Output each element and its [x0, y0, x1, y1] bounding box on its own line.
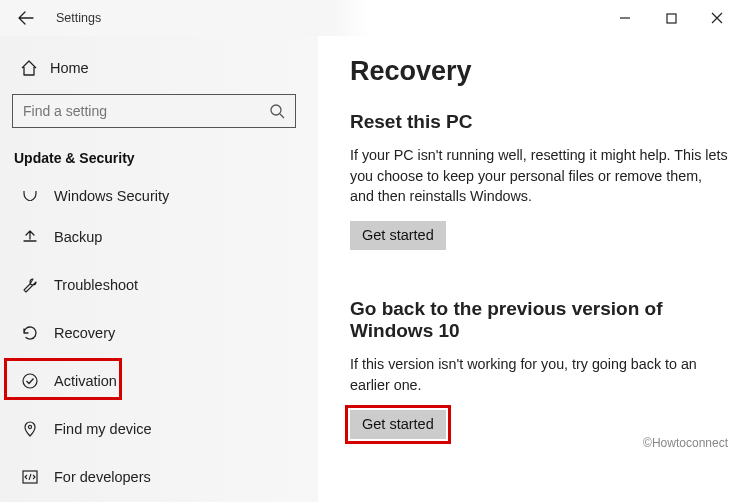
- search-field[interactable]: [23, 103, 246, 119]
- sidebar-item-label: Windows Security: [54, 188, 169, 204]
- sidebar-item-troubleshoot[interactable]: Troubleshoot: [10, 262, 306, 308]
- titlebar: Settings: [0, 0, 740, 36]
- sidebar: Home Update & Security Windows Security: [0, 36, 318, 502]
- goback-get-started-button[interactable]: Get started: [350, 410, 446, 439]
- main-panel: Recovery Reset this PC If your PC isn't …: [318, 36, 740, 502]
- section-label: Update & Security: [10, 144, 306, 180]
- window-title: Settings: [56, 11, 101, 25]
- sidebar-item-windows-security[interactable]: Windows Security: [10, 180, 306, 212]
- minimize-button[interactable]: [602, 0, 648, 36]
- backup-icon: [20, 228, 40, 246]
- reset-heading: Reset this PC: [350, 111, 728, 133]
- shield-icon: [20, 191, 40, 201]
- search-icon: [269, 103, 285, 119]
- back-icon[interactable]: [18, 10, 34, 26]
- svg-point-5: [28, 425, 31, 428]
- goback-heading: Go back to the previous version of Windo…: [350, 298, 728, 342]
- search-input[interactable]: [12, 94, 296, 128]
- developers-icon: [20, 468, 40, 486]
- maximize-button[interactable]: [648, 0, 694, 36]
- home-button[interactable]: Home: [10, 48, 306, 88]
- sidebar-item-recovery[interactable]: Recovery: [10, 310, 306, 356]
- sidebar-item-label: Activation: [54, 373, 117, 389]
- sidebar-item-for-developers[interactable]: For developers: [10, 454, 306, 500]
- page-title: Recovery: [350, 56, 728, 87]
- reset-body: If your PC isn't running well, resetting…: [350, 145, 728, 207]
- location-icon: [20, 420, 40, 438]
- reset-get-started-button[interactable]: Get started: [350, 221, 446, 250]
- sidebar-item-label: Backup: [54, 229, 102, 245]
- watermark-text: ©Howtoconnect: [643, 436, 728, 450]
- svg-line-3: [280, 114, 284, 118]
- sidebar-item-label: For developers: [54, 469, 151, 485]
- sidebar-item-activation[interactable]: Activation: [10, 358, 306, 404]
- wrench-icon: [20, 276, 40, 294]
- sidebar-item-find-my-device[interactable]: Find my device: [10, 406, 306, 452]
- svg-rect-1: [667, 14, 676, 23]
- sidebar-item-backup[interactable]: Backup: [10, 214, 306, 260]
- home-icon: [20, 59, 38, 77]
- sidebar-item-label: Recovery: [54, 325, 115, 341]
- svg-point-2: [271, 105, 281, 115]
- sidebar-item-label: Find my device: [54, 421, 152, 437]
- check-circle-icon: [20, 372, 40, 390]
- svg-point-4: [23, 374, 37, 388]
- sidebar-item-label: Troubleshoot: [54, 277, 138, 293]
- home-label: Home: [50, 60, 89, 76]
- close-button[interactable]: [694, 0, 740, 36]
- recovery-icon: [20, 324, 40, 342]
- goback-body: If this version isn't working for you, t…: [350, 354, 728, 395]
